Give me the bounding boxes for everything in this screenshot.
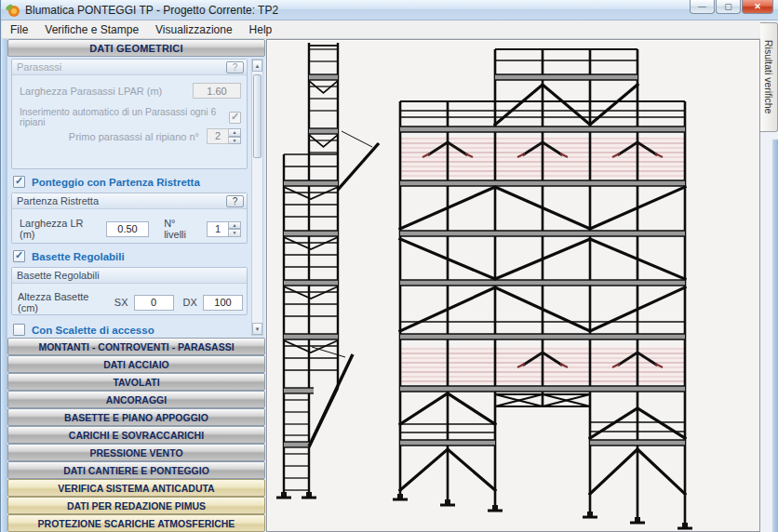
basette-regolabili-caption: Basette Regolabili	[12, 268, 247, 284]
title-bar: Blumatica PONTEGGI TP - Progetto Corrent…	[1, 0, 778, 20]
accordion-ancoraggi[interactable]: ANCORAGGI	[7, 391, 265, 408]
partenza-ristretta-checkbox[interactable]	[13, 176, 25, 188]
accordion-verifica-sistema-anticaduta[interactable]: VERIFICA SISTEMA ANTICADUTA	[7, 479, 265, 497]
spin-up-icon[interactable]: ▲	[229, 221, 241, 230]
inserimento-auto-checkbox[interactable]	[229, 112, 241, 124]
sx-label: SX	[114, 297, 128, 308]
primo-parasassi-label: Primo parasassi al ripiano n°	[69, 131, 199, 142]
inserimento-auto-label: Inserimento automatico di un Parasassi o…	[20, 107, 224, 127]
n-livelli-label: N° livelli	[164, 218, 199, 240]
accordion-tavolati[interactable]: TAVOLATI	[7, 373, 265, 391]
accordion-protezione-scariche-atmosferiche[interactable]: PROTEZIONE SCARICHE ATMOSFERICHE	[7, 514, 265, 532]
menu-verifiche-e-stampe[interactable]: Verifiche e Stampe	[36, 21, 147, 38]
panel-scrollbar[interactable]: ▲ ▼	[251, 59, 263, 336]
partenza-ristretta-checkbox-label: Ponteggio con Partenza Ristretta	[32, 177, 200, 188]
scalette-accesso-checkbox-label: Con Scalette di accesso	[32, 325, 154, 336]
accordion-basette-e-piano-appoggio[interactable]: BASETTE E PIANO APPOGGIO	[7, 408, 265, 426]
accordion-montanti-controventi-parasassi[interactable]: MONTANTI - CONTROVENTI - PARASASSI	[7, 338, 265, 355]
parasassi-caption: Parasassi ?	[12, 60, 247, 75]
altezza-dx-input[interactable]: 100	[203, 295, 243, 311]
basette-regolabili-caption-label: Basette Regolabili	[17, 270, 100, 281]
right-dock-strip: Risultati verifiche	[760, 20, 778, 532]
larghezza-lr-input[interactable]: 0.50	[106, 221, 149, 237]
scrollbar-thumb[interactable]	[253, 74, 262, 158]
accordion-dati-cantiere-e-ponteggio[interactable]: DATI CANTIERE E PONTEGGIO	[7, 461, 265, 479]
minimize-button[interactable]: —	[690, 0, 715, 14]
spin-down-icon[interactable]: ▼	[229, 229, 241, 237]
partenza-ristretta-group: Partenza Ristretta ? Larghezza LR (m) 0.…	[11, 193, 248, 244]
scaffold-drawing-canvas[interactable]	[266, 39, 760, 532]
scroll-down-icon[interactable]: ▼	[252, 323, 262, 335]
n-livelli-spinner[interactable]: 1 ▲▼	[207, 221, 241, 237]
basette-regolabili-checkbox[interactable]	[13, 250, 25, 262]
altezza-sx-input[interactable]: 0	[134, 295, 174, 311]
accordion-carichi-e-sovraccarichi[interactable]: CARICHI E SOVRACCARICHI	[7, 426, 265, 444]
basette-regolabili-checkbox-label: Basette Regolabili	[32, 251, 125, 262]
accordion-stack: MONTANTI - CONTROVENTI - PARASASSI DATI …	[7, 338, 265, 532]
dati-geometrici-content: Parasassi ? Larghezza Parasassi LPAR (m)…	[7, 57, 265, 338]
altezza-basette-label: Altezza Basette (cm)	[18, 291, 106, 313]
accordion-dati-acciaio[interactable]: DATI ACCIAIO	[7, 355, 265, 373]
larghezza-parasassi-label: Larghezza Parasassi LPAR (m)	[20, 86, 162, 97]
primo-parasassi-spinner[interactable]: 2 ▲▼	[207, 128, 241, 144]
partenza-ristretta-caption-label: Partenza Ristretta	[17, 195, 99, 206]
basette-regolabili-group: Basette Regolabili Altezza Basette (cm) …	[11, 267, 248, 315]
close-button[interactable]: ✕	[742, 0, 773, 14]
parasassi-caption-label: Parasassi	[17, 61, 61, 73]
scalette-accesso-checkbox[interactable]	[13, 324, 25, 336]
maximize-button[interactable]: ▢	[716, 0, 741, 14]
scroll-up-icon[interactable]: ▲	[252, 60, 262, 72]
larghezza-lr-label: Larghezza LR (m)	[20, 218, 99, 240]
menu-help[interactable]: Help	[241, 21, 281, 38]
dx-label: DX	[183, 297, 197, 308]
accordion-pressione-vento[interactable]: PRESSIONE VENTO	[7, 444, 265, 461]
menu-visualizzazione[interactable]: Visualizzazione	[147, 21, 241, 38]
accordion-dati-per-redazione-pimus[interactable]: DATI PER REDAZIONE PIMUS	[7, 497, 265, 514]
larghezza-parasassi-input[interactable]: 1.60	[193, 83, 241, 99]
parasassi-group: Parasassi ? Larghezza Parasassi LPAR (m)…	[11, 59, 248, 169]
window-right-border	[772, 140, 778, 532]
spin-up-icon[interactable]: ▲	[229, 128, 241, 137]
scaffold-drawing	[267, 40, 759, 531]
accordion-dati-geometrici[interactable]: DATI GEOMETRICI	[7, 39, 265, 57]
window-title: Blumatica PONTEGGI TP - Progetto Corrent…	[25, 4, 278, 17]
parameters-panel: DATI GEOMETRICI Parasassi ? Larghezza Pa…	[7, 39, 265, 532]
parasassi-help-button[interactable]: ?	[226, 61, 244, 73]
app-icon	[6, 3, 20, 18]
app-window: Blumatica PONTEGGI TP - Progetto Corrent…	[0, 0, 778, 532]
tab-risultati-verifiche[interactable]: Risultati verifiche	[760, 22, 778, 132]
menu-bar: File Verifiche e Stampe Visualizzazione …	[2, 20, 760, 39]
menu-file[interactable]: File	[2, 21, 36, 38]
partenza-ristretta-help-button[interactable]: ?	[226, 195, 244, 207]
spin-down-icon[interactable]: ▼	[229, 137, 241, 145]
partenza-ristretta-caption: Partenza Ristretta ?	[12, 193, 247, 209]
